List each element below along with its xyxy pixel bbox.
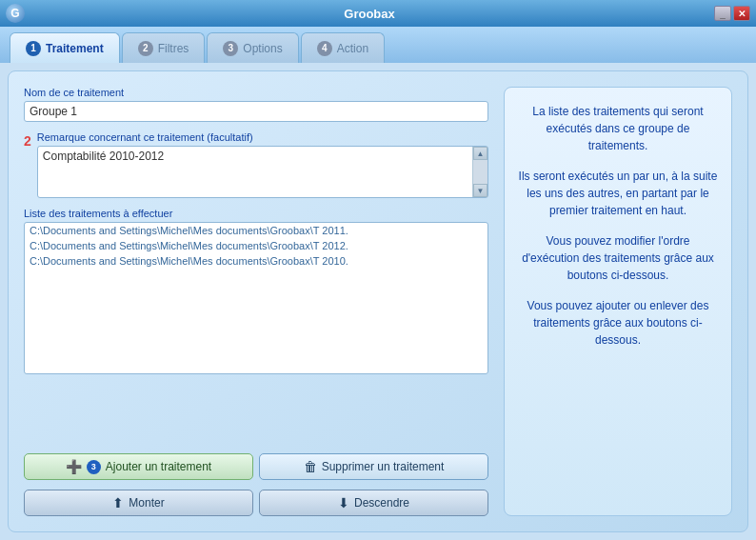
plus-icon: ➕ [66,459,82,474]
name-field-group: Nom de ce traitement [24,87,488,122]
remark-wrapper: Comptabilité 2010-2012 ▲ ▼ [37,146,488,198]
tab-traitement[interactable]: 1 Traitement [10,32,120,63]
app-icon: G [6,4,25,23]
close-button[interactable]: ✕ [733,6,750,21]
del-btn-label: Supprimer un traitement [322,460,445,473]
scroll-down-btn[interactable]: ▼ [473,184,487,197]
window-title: Groobax [344,7,394,21]
remark-scrollbar: ▲ ▼ [472,147,487,197]
add-btn-label: Ajouter un traitement [106,460,211,473]
delete-icon: 🗑 [304,459,317,474]
main-content: Nom de ce traitement 2 Remarque concerna… [8,70,748,532]
tab1-label: Traitement [46,42,104,55]
info-p2: Ils seront exécutés un par un, à la suit… [518,168,718,219]
scroll-track [473,160,487,184]
remark-field-group: 2 Remarque concernant ce traitement (fac… [24,131,488,198]
tab-action[interactable]: 4 Action [301,32,385,63]
left-panel: Nom de ce traitement 2 Remarque concerna… [24,87,488,516]
tab3-num: 3 [223,41,238,56]
action-buttons-row1: ➕ 3 Ajouter un traitement 🗑 Supprimer un… [24,453,488,480]
remark-label: Remarque concernant ce traitement (facul… [37,131,488,143]
remark-textarea[interactable]: Comptabilité 2010-2012 [38,147,472,197]
title-bar: G Groobax _ ✕ [0,0,756,27]
scroll-up-btn[interactable]: ▲ [473,147,487,160]
tab3-label: Options [243,42,282,55]
name-label: Nom de ce traitement [24,87,488,98]
minimize-button[interactable]: _ [714,6,731,21]
tab2-label: Filtres [158,42,189,55]
arrow-down-icon: ⬇ [338,495,349,510]
add-treatment-button[interactable]: ➕ 3 Ajouter un traitement [24,453,253,480]
move-down-button[interactable]: ⬇ Descendre [259,490,488,516]
window-controls: _ ✕ [714,6,750,21]
right-info-panel: La liste des traitements qui seront exéc… [504,87,732,516]
add-badge: 3 [87,460,101,474]
list-label: Liste des traitements à effectuer [24,208,488,219]
tab-options[interactable]: 3 Options [207,32,298,63]
tab2-num: 2 [138,41,153,56]
info-p3: Vous pouvez modifier l'ordre d'exécution… [518,232,718,284]
action-buttons-row2: ⬆ Monter ⬇ Descendre [24,490,488,516]
down-btn-label: Descendre [354,496,409,510]
list-item[interactable]: C:\Documents and Settings\Michel\Mes doc… [25,223,487,238]
move-up-button[interactable]: ⬆ Monter [24,490,253,516]
section-2-label: 2 [24,133,31,149]
list-item[interactable]: C:\Documents and Settings\Michel\Mes doc… [25,253,487,269]
tabs-bar: 1 Traitement 2 Filtres 3 Options 4 Actio… [0,27,756,63]
arrow-up-icon: ⬆ [112,495,124,510]
up-btn-label: Monter [129,496,164,510]
list-item[interactable]: C:\Documents and Settings\Michel\Mes doc… [25,238,487,253]
info-p1: La liste des traitements qui seront exéc… [518,103,718,154]
tab-filtres[interactable]: 2 Filtres [122,32,206,63]
tab4-label: Action [337,42,368,55]
list-field-group: Liste des traitements à effectuer C:\Doc… [24,208,488,444]
tab4-num: 4 [317,41,332,56]
info-p4: Vous pouvez ajouter ou enlever des trait… [518,297,718,349]
delete-treatment-button[interactable]: 🗑 Supprimer un traitement [259,453,488,480]
name-input[interactable] [24,101,488,122]
tab1-num: 1 [26,41,41,56]
treatments-list[interactable]: C:\Documents and Settings\Michel\Mes doc… [24,222,488,374]
